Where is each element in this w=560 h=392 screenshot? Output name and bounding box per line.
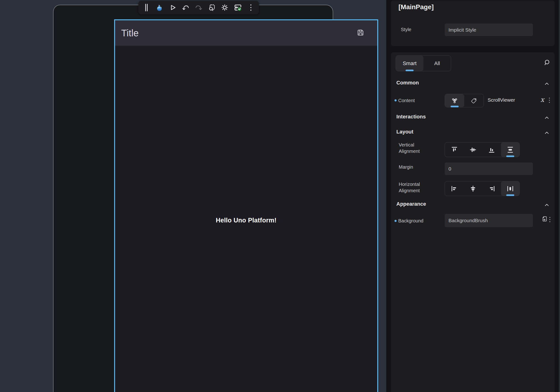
vertical-align-center[interactable] <box>464 142 482 157</box>
properties-panel: [MainPage] Style Implicit Style Smart Al… <box>386 0 560 392</box>
background-modified-dot <box>394 220 397 222</box>
horizontal-align-right[interactable] <box>482 181 501 196</box>
content-mode-toggle <box>445 94 484 107</box>
content-binding-x-icon[interactable]: x <box>540 96 544 103</box>
vertical-align-active-indicator <box>506 155 514 157</box>
style-input[interactable]: Implicit Style <box>445 24 533 36</box>
style-label: Style <box>401 26 411 33</box>
section-common-title: Common <box>396 80 419 86</box>
section-appearance-collapse-icon[interactable] <box>544 202 550 208</box>
hello-text: Hello Uno Platform! <box>216 217 277 224</box>
selected-page-outline[interactable]: Title Hello Uno Platform! <box>114 19 378 392</box>
content-mode-tag[interactable] <box>464 94 484 107</box>
theme-toggle-sun-icon[interactable] <box>220 3 229 12</box>
content-value: ScrollViewer <box>488 97 515 103</box>
app-navigation-bar[interactable]: Title <box>115 20 377 46</box>
drag-handle-icon[interactable] <box>142 3 151 12</box>
more-options-icon[interactable] <box>247 3 255 12</box>
horizontal-align-center[interactable] <box>464 181 482 196</box>
app-page-title: Title <box>121 28 139 39</box>
redo-icon[interactable] <box>195 3 203 12</box>
section-appearance-title: Appearance <box>396 201 426 207</box>
content-more-options-icon[interactable] <box>549 97 550 105</box>
tab-smart-label: Smart <box>403 60 417 67</box>
save-icon[interactable] <box>357 29 364 37</box>
tab-all-label: All <box>434 60 440 67</box>
panel-right-edge <box>559 0 560 392</box>
tab-all[interactable]: All <box>423 56 451 71</box>
vertical-align-bottom[interactable] <box>482 142 501 157</box>
search-icon[interactable] <box>543 59 550 67</box>
element-picker-icon[interactable] <box>208 3 216 12</box>
component-title: [MainPage] <box>399 3 434 11</box>
section-layout-title: Layout <box>396 129 413 135</box>
vertical-align-stretch[interactable] <box>501 142 520 157</box>
margin-label: Margin <box>399 164 413 170</box>
tab-smart[interactable]: Smart <box>396 56 423 71</box>
style-value: Implicit Style <box>449 27 476 33</box>
play-icon[interactable] <box>168 3 177 12</box>
component-header-card: [MainPage] Style Implicit Style <box>391 0 555 46</box>
content-mode-active-indicator <box>450 106 459 107</box>
background-input[interactable]: BackgroundBrush <box>445 214 533 227</box>
content-label: Content <box>398 97 415 104</box>
hot-design-toolbar <box>138 1 259 14</box>
tab-smart-active-indicator <box>406 70 414 71</box>
margin-value: 0 <box>449 166 451 172</box>
horizontal-alignment-toggle <box>445 181 520 196</box>
section-interactions-title: Interactions <box>396 114 426 120</box>
content-modified-dot <box>394 99 397 101</box>
server-status-ok-icon[interactable] <box>234 3 242 12</box>
device-frame: Title Hello Uno Platform! <box>53 5 333 392</box>
properties-card: Smart All Common Content <box>391 52 555 392</box>
background-more-options-icon[interactable] <box>549 217 551 224</box>
hot-design-flame-icon[interactable] <box>155 3 164 12</box>
hot-design-workspace: Title Hello Uno Platform! <box>0 0 560 392</box>
vertical-align-top[interactable] <box>445 142 464 157</box>
app-content-area[interactable]: Hello Uno Platform! <box>115 46 377 392</box>
undo-icon[interactable] <box>181 3 190 12</box>
background-value: BackgroundBrush <box>449 218 488 223</box>
vertical-alignment-label: Vertical Alignment <box>399 142 427 154</box>
horizontal-align-active-indicator <box>506 194 514 196</box>
property-filter-tabs: Smart All <box>396 55 451 71</box>
section-layout-collapse-icon[interactable] <box>544 130 550 136</box>
background-resource-icon[interactable] <box>541 216 548 223</box>
horizontal-align-stretch[interactable] <box>501 181 520 196</box>
vertical-alignment-toggle <box>445 142 520 157</box>
section-common-collapse-icon[interactable] <box>544 81 550 87</box>
margin-input[interactable]: 0 <box>445 162 533 175</box>
background-label: Background <box>398 218 423 224</box>
section-interactions-collapse-icon[interactable] <box>544 115 550 121</box>
content-mode-visual-tree[interactable] <box>445 94 464 107</box>
horizontal-align-left[interactable] <box>445 181 464 196</box>
horizontal-alignment-label: Horizontal Alignment <box>399 181 427 194</box>
